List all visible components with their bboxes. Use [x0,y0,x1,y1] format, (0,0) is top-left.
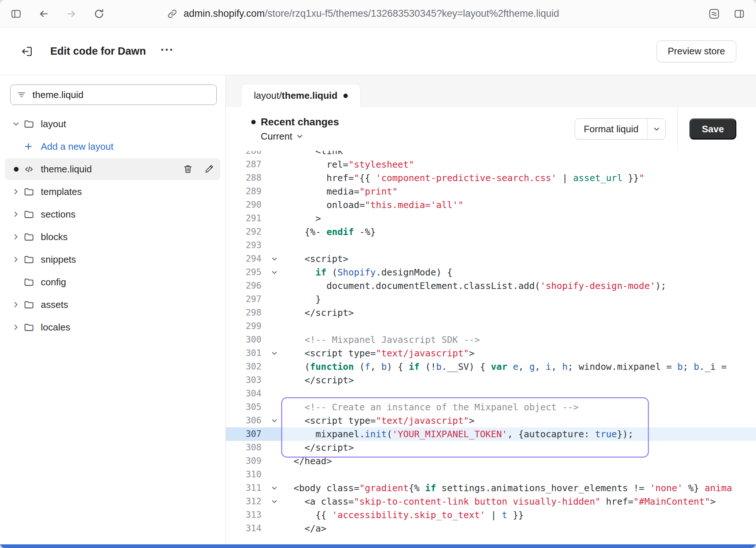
sidebar-item-blocks[interactable]: blocks [5,226,220,248]
code-line-289[interactable]: 289 media="print" [226,185,756,198]
code-line-290[interactable]: 290 onload="this.media='all'" [226,198,756,212]
fold-chevron-icon[interactable] [266,414,283,427]
code-text: <a class="skip-to-content-link button vi… [283,495,756,508]
forward-icon[interactable] [66,8,77,20]
code-line-291[interactable]: 291 > [226,212,756,225]
sidebar-item-templates[interactable]: templates [5,181,220,203]
code-line-301[interactable]: 301 <script type="text/javascript"> [226,347,756,360]
browser-extension-icon[interactable] [708,8,720,20]
code-line-293[interactable]: 293 [226,239,756,252]
code-line-294[interactable]: 294 <script> [226,252,756,266]
code-line-292[interactable]: 292 {%- endif -%} [226,225,756,239]
code-line-295[interactable]: 295 if (Shopify.designMode) { [226,266,756,279]
file-search-box[interactable] [10,85,217,105]
line-number: 310 [226,468,266,481]
code-editor[interactable]: 286 <link287 rel="stylesheet"288 href="{… [226,151,756,544]
line-number: 288 [226,171,266,185]
code-line-313[interactable]: 313 {{ 'accessibility.skip_to_text' | t … [226,508,756,522]
code-line-308[interactable]: 308 </script> [226,441,756,454]
sidebar-item-label: sections [41,209,75,220]
file-sidebar: layoutAdd a new layouttheme.liquidtempla… [0,75,226,544]
code-line-287[interactable]: 287 rel="stylesheet" [226,158,756,171]
code-line-304[interactable]: 304 [226,387,756,400]
sidebar-toggle-icon[interactable] [10,8,22,20]
tab-layout-theme-liquid[interactable]: layout/theme.liquid [241,84,361,107]
fold-spacer [266,400,283,414]
sidebar-item-snippets[interactable]: snippets [5,248,220,270]
sidebar-item-theme-liquid[interactable]: theme.liquid [5,158,220,180]
back-icon[interactable] [38,8,50,20]
code-line-288[interactable]: 288 href="{{ 'component-predictive-searc… [226,171,756,185]
line-number: 309 [226,454,266,468]
file-search-input[interactable] [32,89,210,101]
code-line-286[interactable]: 286 <link [226,151,756,158]
sidebar-item-label: theme.liquid [41,164,92,175]
sidebar-item-assets[interactable]: assets [5,294,220,316]
fold-chevron-icon[interactable] [266,481,283,495]
code-line-314[interactable]: 314 </a> [226,522,756,535]
fold-chevron-icon[interactable] [266,252,283,266]
code-line-300[interactable]: 300 <!-- Mixpanel Javascript SDK --> [226,333,756,347]
app-header: Edit code for Dawn ··· Preview store [0,28,756,75]
fold-spacer [266,225,283,239]
fold-spacer [266,333,283,347]
sidebar-item-add-a-new-layout[interactable]: Add a new layout [5,136,220,157]
code-icon [23,164,41,175]
more-options-icon[interactable]: ··· [161,43,174,59]
chevron-down-icon [9,119,23,129]
chevron-right-icon [9,210,23,219]
fold-chevron-icon[interactable] [266,266,283,279]
fold-chevron-icon[interactable] [266,347,283,360]
code-line-298[interactable]: 298 </script> [226,306,756,320]
sidebar-item-label: locales [41,322,70,333]
chevron-down-icon[interactable] [647,119,665,139]
code-line-302[interactable]: 302 (function (f, b) { if (!b.__SV) { va… [226,360,756,373]
code-text: </script> [283,306,756,320]
fold-spacer [266,508,283,522]
sidebar-item-config[interactable]: config [5,271,220,293]
code-text: <body class="gradient{% if settings.anim… [283,481,756,495]
trash-icon[interactable] [182,164,193,175]
code-line-305[interactable]: 305 <!-- Create an instance of the Mixpa… [226,400,756,414]
save-button[interactable]: Save [689,118,736,140]
version-dropdown[interactable]: Current [261,131,339,142]
exit-code-editor-icon[interactable] [20,45,34,58]
line-number: 292 [226,225,266,239]
line-number: 291 [226,212,266,225]
code-line-299[interactable]: 299 [226,320,756,333]
code-text: onload="this.media='all'" [283,198,756,212]
code-line-296[interactable]: 296 document.documentElement.classList.a… [226,279,756,293]
code-line-307[interactable]: 307 mixpanel.init('YOUR_MIXPANEL_TOKEN',… [226,427,756,441]
code-text: } [283,293,756,306]
reload-icon[interactable] [93,8,105,20]
code-text: {{ 'accessibility.skip_to_text' | t }} [283,508,756,522]
unsaved-indicator-dot [9,167,23,172]
preview-store-button[interactable]: Preview store [657,40,737,62]
address-bar[interactable]: admin.shopify.com/store/rzq1xu-f5/themes… [167,8,559,19]
link-icon [167,8,178,19]
code-line-309[interactable]: 309 </head> [226,454,756,468]
fold-spacer [266,171,283,185]
fold-chevron-icon[interactable] [266,495,283,508]
code-line-297[interactable]: 297 } [226,293,756,306]
pencil-icon[interactable] [204,164,214,175]
code-line-311[interactable]: 311 <body class="gradient{% if settings.… [226,481,756,495]
file-actions [182,164,217,175]
code-lines: 286 <link287 rel="stylesheet"288 href="{… [226,151,756,535]
line-number: 307 [226,427,266,441]
sidebar-item-sections[interactable]: sections [5,203,220,225]
sidebar-item-locales[interactable]: locales [5,316,220,338]
chevron-down-icon [296,133,303,140]
fold-spacer [266,441,283,454]
code-line-306[interactable]: 306 <script type="text/javascript"> [226,414,756,427]
sidebar-item-layout[interactable]: layout [5,113,220,135]
split-view-icon[interactable] [733,8,745,20]
code-text [283,387,756,400]
code-line-303[interactable]: 303 </script> [226,373,756,387]
format-liquid-button[interactable]: Format liquid [575,118,666,140]
code-line-312[interactable]: 312 <a class="skip-to-content-link butto… [226,495,756,508]
fold-spacer [266,293,283,306]
fold-spacer [266,279,283,293]
folder-icon [23,231,41,243]
code-line-310[interactable]: 310 [226,468,756,481]
